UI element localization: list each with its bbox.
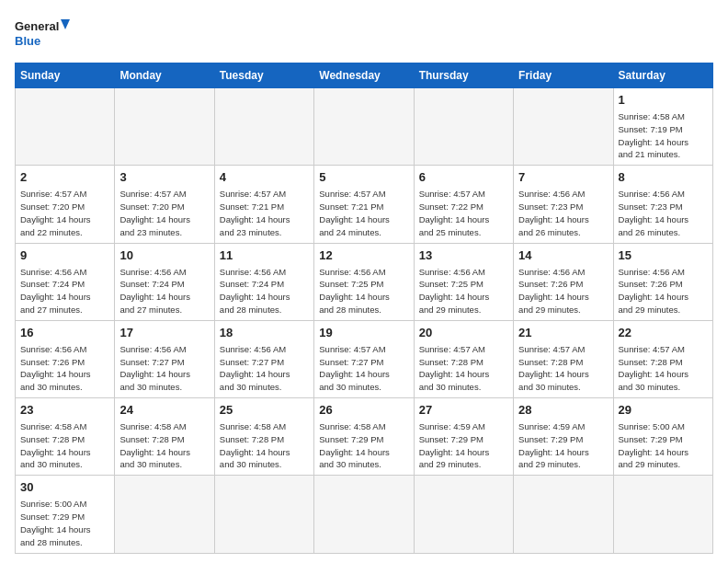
calendar-cell: 30Sunrise: 5:00 AM Sunset: 7:29 PM Dayli… [16,476,115,553]
day-info: Sunrise: 4:58 AM Sunset: 7:28 PM Dayligh… [20,420,109,471]
calendar-cell: 28Sunrise: 4:59 AM Sunset: 7:29 PM Dayli… [514,398,613,476]
page-header: GeneralBlue [15,15,713,52]
calendar-cell: 8Sunrise: 4:56 AM Sunset: 7:23 PM Daylig… [613,166,712,243]
calendar-cell: 21Sunrise: 4:57 AM Sunset: 7:28 PM Dayli… [514,320,613,397]
calendar-cell: 24Sunrise: 4:58 AM Sunset: 7:28 PM Dayli… [115,398,214,476]
header-tuesday: Tuesday [214,63,313,88]
day-info: Sunrise: 4:56 AM Sunset: 7:23 PM Dayligh… [619,188,708,238]
day-number: 5 [319,169,408,186]
calendar-cell: 10Sunrise: 4:56 AM Sunset: 7:24 PM Dayli… [115,243,214,320]
calendar-cell: 17Sunrise: 4:56 AM Sunset: 7:27 PM Dayli… [115,320,214,397]
calendar-cell [514,476,613,553]
header-wednesday: Wednesday [314,63,414,88]
svg-marker-2 [61,19,70,29]
calendar-cell [414,88,513,166]
day-number: 22 [619,325,708,341]
calendar-week-row: 9Sunrise: 4:56 AM Sunset: 7:24 PM Daylig… [16,243,713,320]
calendar-cell [613,476,712,553]
calendar-week-row: 30Sunrise: 5:00 AM Sunset: 7:29 PM Dayli… [16,476,713,553]
calendar-table: SundayMondayTuesdayWednesdayThursdayFrid… [15,63,713,554]
day-info: Sunrise: 4:57 AM Sunset: 7:28 PM Dayligh… [619,343,708,394]
day-number: 2 [20,169,109,186]
header-monday: Monday [115,63,214,88]
header-thursday: Thursday [414,63,513,88]
calendar-week-row: 2Sunrise: 4:57 AM Sunset: 7:20 PM Daylig… [16,166,713,243]
day-number: 7 [518,169,608,186]
day-number: 19 [319,325,408,341]
day-number: 13 [419,247,508,264]
calendar-cell: 7Sunrise: 4:56 AM Sunset: 7:23 PM Daylig… [514,166,613,243]
day-number: 8 [619,169,708,186]
calendar-week-row: 16Sunrise: 4:56 AM Sunset: 7:26 PM Dayli… [16,320,713,397]
day-number: 14 [518,247,608,264]
day-info: Sunrise: 4:56 AM Sunset: 7:26 PM Dayligh… [518,266,608,316]
calendar-cell: 23Sunrise: 4:58 AM Sunset: 7:28 PM Dayli… [16,398,115,476]
day-number: 30 [20,479,109,496]
day-info: Sunrise: 4:57 AM Sunset: 7:21 PM Dayligh… [220,188,309,238]
calendar-cell [414,476,513,553]
calendar-cell: 14Sunrise: 4:56 AM Sunset: 7:26 PM Dayli… [514,243,613,320]
logo-svg: GeneralBlue [15,15,70,52]
calendar-cell: 9Sunrise: 4:56 AM Sunset: 7:24 PM Daylig… [16,243,115,320]
day-info: Sunrise: 4:59 AM Sunset: 7:29 PM Dayligh… [518,420,608,471]
day-info: Sunrise: 4:56 AM Sunset: 7:24 PM Dayligh… [220,266,309,316]
calendar-cell: 27Sunrise: 4:59 AM Sunset: 7:29 PM Dayli… [414,398,513,476]
day-number: 24 [119,402,209,419]
day-info: Sunrise: 4:57 AM Sunset: 7:20 PM Dayligh… [119,188,209,238]
day-info: Sunrise: 4:56 AM Sunset: 7:25 PM Dayligh… [319,266,408,316]
day-info: Sunrise: 4:57 AM Sunset: 7:22 PM Dayligh… [419,188,508,238]
day-number: 25 [220,402,309,419]
calendar-cell: 6Sunrise: 4:57 AM Sunset: 7:22 PM Daylig… [414,166,513,243]
calendar-cell [115,88,214,166]
day-info: Sunrise: 4:56 AM Sunset: 7:27 PM Dayligh… [119,343,209,394]
day-number: 21 [518,325,608,341]
day-info: Sunrise: 5:00 AM Sunset: 7:29 PM Dayligh… [619,420,708,471]
calendar-cell [314,88,414,166]
calendar-cell: 22Sunrise: 4:57 AM Sunset: 7:28 PM Dayli… [613,320,712,397]
day-info: Sunrise: 5:00 AM Sunset: 7:29 PM Dayligh… [20,498,109,548]
day-number: 10 [119,247,209,264]
calendar-header-row: SundayMondayTuesdayWednesdayThursdayFrid… [16,63,713,88]
day-info: Sunrise: 4:58 AM Sunset: 7:28 PM Dayligh… [119,420,209,471]
day-number: 12 [319,247,408,264]
day-number: 18 [220,325,309,341]
day-number: 1 [619,92,708,109]
calendar-cell: 13Sunrise: 4:56 AM Sunset: 7:25 PM Dayli… [414,243,513,320]
day-info: Sunrise: 4:56 AM Sunset: 7:25 PM Dayligh… [419,266,508,316]
day-number: 23 [20,402,109,419]
day-info: Sunrise: 4:57 AM Sunset: 7:20 PM Dayligh… [20,188,109,238]
calendar-cell: 11Sunrise: 4:56 AM Sunset: 7:24 PM Dayli… [214,243,313,320]
calendar-cell: 25Sunrise: 4:58 AM Sunset: 7:28 PM Dayli… [214,398,313,476]
calendar-cell: 26Sunrise: 4:58 AM Sunset: 7:29 PM Dayli… [314,398,414,476]
calendar-cell: 20Sunrise: 4:57 AM Sunset: 7:28 PM Dayli… [414,320,513,397]
day-number: 27 [419,402,508,419]
header-sunday: Sunday [16,63,115,88]
day-info: Sunrise: 4:57 AM Sunset: 7:27 PM Dayligh… [319,343,408,394]
calendar-cell [314,476,414,553]
calendar-cell: 29Sunrise: 5:00 AM Sunset: 7:29 PM Dayli… [613,398,712,476]
day-number: 17 [119,325,209,341]
day-info: Sunrise: 4:56 AM Sunset: 7:26 PM Dayligh… [20,343,109,394]
day-number: 6 [419,169,508,186]
day-info: Sunrise: 4:56 AM Sunset: 7:27 PM Dayligh… [220,343,309,394]
day-info: Sunrise: 4:58 AM Sunset: 7:19 PM Dayligh… [619,110,708,161]
day-info: Sunrise: 4:57 AM Sunset: 7:28 PM Dayligh… [518,343,608,394]
calendar-cell [214,476,313,553]
day-number: 26 [319,402,408,419]
day-info: Sunrise: 4:57 AM Sunset: 7:21 PM Dayligh… [319,188,408,238]
day-number: 4 [220,169,309,186]
calendar-cell [214,88,313,166]
day-number: 29 [619,402,708,419]
day-number: 3 [119,169,209,186]
calendar-cell: 16Sunrise: 4:56 AM Sunset: 7:26 PM Dayli… [16,320,115,397]
svg-text:General: General [15,19,59,33]
header-saturday: Saturday [613,63,712,88]
calendar-cell: 2Sunrise: 4:57 AM Sunset: 7:20 PM Daylig… [16,166,115,243]
day-info: Sunrise: 4:58 AM Sunset: 7:29 PM Dayligh… [319,420,408,471]
calendar-cell: 19Sunrise: 4:57 AM Sunset: 7:27 PM Dayli… [314,320,414,397]
day-info: Sunrise: 4:56 AM Sunset: 7:26 PM Dayligh… [619,266,708,316]
logo: GeneralBlue [15,15,70,52]
day-number: 15 [619,247,708,264]
calendar-cell [115,476,214,553]
day-info: Sunrise: 4:56 AM Sunset: 7:23 PM Dayligh… [518,188,608,238]
